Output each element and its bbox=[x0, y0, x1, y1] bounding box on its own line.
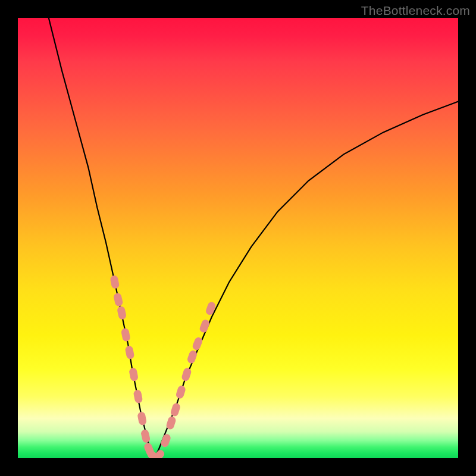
marker-point bbox=[133, 389, 143, 403]
chart-svg bbox=[18, 18, 458, 458]
marker-point bbox=[121, 328, 131, 342]
marker-point bbox=[175, 385, 186, 400]
marker-point bbox=[117, 306, 127, 320]
plot-area bbox=[18, 18, 458, 458]
watermark-text: TheBottleneck.com bbox=[361, 4, 470, 18]
marker-point bbox=[181, 367, 192, 382]
curve-right-branch bbox=[154, 102, 458, 458]
line-right bbox=[154, 102, 458, 458]
marker-point bbox=[124, 345, 134, 359]
marker-point bbox=[192, 336, 203, 351]
marker-point bbox=[199, 318, 211, 333]
chart-frame: TheBottleneck.com bbox=[0, 0, 476, 476]
marker-point bbox=[170, 402, 181, 417]
marker-point bbox=[113, 292, 124, 306]
marker-point bbox=[140, 429, 151, 443]
marker-point bbox=[109, 275, 120, 289]
marker-group bbox=[109, 275, 217, 458]
marker-point bbox=[137, 411, 147, 425]
marker-point bbox=[129, 367, 139, 381]
marker-point bbox=[205, 301, 217, 316]
